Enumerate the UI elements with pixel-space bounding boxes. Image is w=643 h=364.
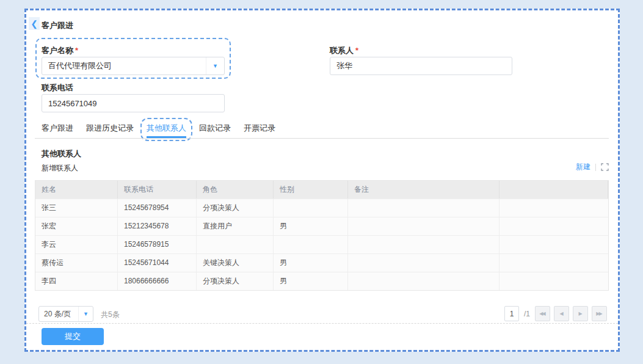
cell-extra xyxy=(500,236,608,253)
chevron-left-icon: ◀ xyxy=(559,311,563,316)
cell-role: 分项决策人 xyxy=(197,272,274,290)
cell-remark xyxy=(348,236,500,253)
customer-name-select[interactable]: 百代代理有限公司 ▼ xyxy=(42,57,225,75)
toolbar-separator xyxy=(595,164,596,171)
cell-remark xyxy=(348,199,500,217)
page-size-value: 20 条/页 xyxy=(39,309,78,319)
cell-gender: 男 xyxy=(274,272,348,290)
contact-label: 联系人* xyxy=(330,45,358,56)
submit-button[interactable]: 提交 xyxy=(42,328,104,345)
customer-name-label-text: 客户名称 xyxy=(42,46,73,55)
table-row[interactable]: 李四 18066666666 分项决策人 男 xyxy=(35,272,608,290)
cell-name: 蔡传运 xyxy=(35,254,118,272)
chevron-left-icon: ❮ xyxy=(31,20,38,28)
contacts-table: 姓名 联系电话 角色 性别 备注 张三 15245678954 分项决策人 张宏… xyxy=(35,180,609,291)
tab-other-contacts-label: 其他联系人 xyxy=(147,123,186,133)
cell-extra xyxy=(500,217,608,235)
cell-role: 关键决策人 xyxy=(197,254,274,272)
chevron-down-icon: ▼ xyxy=(213,64,218,69)
cell-gender: 男 xyxy=(274,217,348,235)
cell-extra xyxy=(500,254,608,272)
table-toolbar: 新建 xyxy=(576,162,609,172)
cell-name: 李云 xyxy=(35,236,118,253)
cell-remark xyxy=(348,254,500,272)
customer-followup-panel: ❮ 客户跟进 客户名称* 百代代理有限公司 ▼ 联系人* 联系电话 客户跟进 跟… xyxy=(24,9,620,352)
table-row[interactable]: 蔡传运 15245671044 关键决策人 男 xyxy=(35,253,608,272)
tab-invoice-records[interactable]: 开票记录 xyxy=(244,122,275,138)
table-row[interactable]: 张宏 15212345678 直接用户 男 xyxy=(35,217,608,235)
page-title: 客户跟进 xyxy=(42,20,73,31)
footer-divider xyxy=(26,323,618,324)
customer-name-label: 客户名称* xyxy=(42,45,78,56)
column-header-name: 姓名 xyxy=(35,181,118,198)
cell-gender: 男 xyxy=(274,254,348,272)
required-asterisk: * xyxy=(75,46,78,55)
cell-phone: 15245671044 xyxy=(118,254,197,272)
cell-phone: 15212345678 xyxy=(118,217,197,235)
column-header-extra xyxy=(500,181,608,198)
new-button[interactable]: 新建 xyxy=(576,162,590,172)
contact-input[interactable] xyxy=(330,57,512,75)
cell-phone: 15245678954 xyxy=(118,199,197,217)
cell-name: 张宏 xyxy=(35,217,118,235)
cell-role: 直接用户 xyxy=(197,217,274,235)
select-arrow-zone: ▼ xyxy=(206,57,224,75)
tabs-divider xyxy=(35,138,609,139)
cell-remark xyxy=(348,217,500,235)
tab-other-contacts[interactable]: 其他联系人 xyxy=(147,122,186,138)
cell-remark xyxy=(348,272,500,290)
cell-extra xyxy=(500,199,608,217)
cell-gender xyxy=(274,199,348,217)
column-header-remark: 备注 xyxy=(348,181,500,198)
column-header-phone: 联系电话 xyxy=(118,181,197,198)
double-chevron-right-icon: ▶▶ xyxy=(596,311,601,316)
current-page-box[interactable]: 1 xyxy=(504,306,519,321)
last-page-button[interactable]: ▶▶ xyxy=(592,306,607,321)
add-contact-label: 新增联系人 xyxy=(42,163,78,173)
required-asterisk: * xyxy=(355,46,358,55)
cell-name: 李四 xyxy=(35,272,118,290)
column-header-gender: 性别 xyxy=(274,181,348,198)
cell-gender xyxy=(274,236,348,253)
page-total-indicator: /1 xyxy=(524,310,530,318)
phone-label: 联系电话 xyxy=(42,82,73,93)
column-header-role: 角色 xyxy=(197,181,274,198)
cell-extra xyxy=(500,272,608,290)
cell-role xyxy=(197,236,274,253)
table-row[interactable]: 张三 15245678954 分项决策人 xyxy=(35,198,608,217)
select-arrow-zone: ▼ xyxy=(78,307,93,321)
chevron-down-icon: ▼ xyxy=(83,311,89,317)
page-size-select[interactable]: 20 条/页 ▼ xyxy=(38,306,93,322)
tab-customer-followup[interactable]: 客户跟进 xyxy=(42,122,73,138)
cell-role: 分项决策人 xyxy=(197,199,274,217)
prev-page-button[interactable]: ◀ xyxy=(554,306,569,321)
pagination-controls: 1 /1 ◀◀ ◀ ▶ ▶▶ xyxy=(504,306,607,321)
cell-phone: 15246578915 xyxy=(118,236,197,253)
section-title: 其他联系人 xyxy=(42,148,81,159)
total-count: 共5条 xyxy=(101,310,120,320)
phone-input[interactable] xyxy=(42,94,225,112)
tab-followup-history[interactable]: 跟进历史记录 xyxy=(86,122,134,138)
table-header-row: 姓名 联系电话 角色 性别 备注 xyxy=(35,181,608,198)
back-button[interactable]: ❮ xyxy=(29,17,40,30)
first-page-button[interactable]: ◀◀ xyxy=(535,306,550,321)
tab-payment-records[interactable]: 回款记录 xyxy=(199,122,231,138)
cell-phone: 18066666666 xyxy=(118,272,197,290)
customer-name-select-value: 百代代理有限公司 xyxy=(42,60,206,71)
double-chevron-left-icon: ◀◀ xyxy=(539,311,544,316)
contact-label-text: 联系人 xyxy=(330,46,354,55)
detail-tabs: 客户跟进 跟进历史记录 其他联系人 回款记录 开票记录 xyxy=(42,122,275,138)
next-page-button[interactable]: ▶ xyxy=(573,306,588,321)
cell-name: 张三 xyxy=(35,199,118,217)
fullscreen-icon[interactable] xyxy=(601,163,609,171)
chevron-right-icon: ▶ xyxy=(578,311,582,316)
table-row[interactable]: 李云 15246578915 xyxy=(35,235,608,253)
